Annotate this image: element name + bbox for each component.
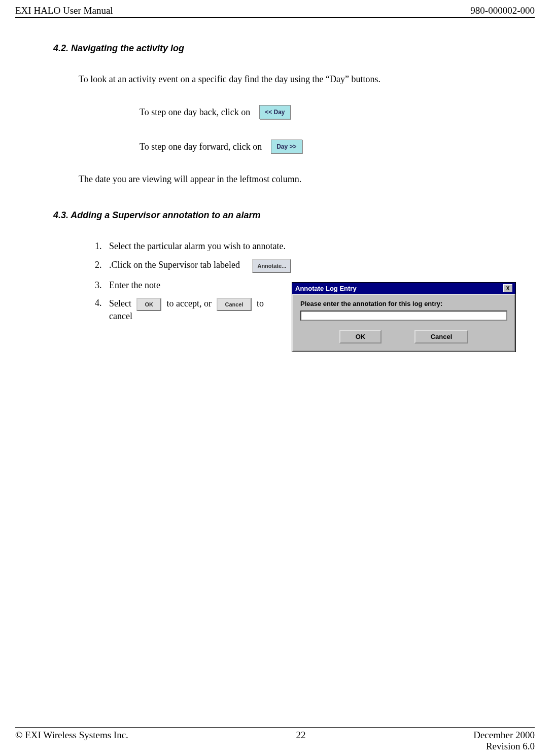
header-right: 980-000002-000: [470, 5, 535, 16]
section-4-3-heading: 4.3. Adding a Supervisor annotation to a…: [53, 210, 535, 221]
footer-page-number: 22: [296, 730, 306, 741]
annotation-input[interactable]: [300, 311, 507, 321]
dialog-prompt: Please enter the annotation for this log…: [300, 300, 507, 307]
footer-revision: Revision 6.0: [486, 741, 535, 751]
day-forward-button[interactable]: Day >>: [271, 140, 302, 154]
page-footer: © EXI Wireless Systems Inc. 22 December …: [15, 727, 535, 752]
annotate-button[interactable]: Annotate...: [252, 259, 291, 273]
day-back-text: To step one day back, click on: [140, 107, 250, 118]
close-icon[interactable]: X: [503, 284, 512, 292]
dialog-title-text: Annotate Log Entry: [295, 285, 357, 292]
day-back-row: To step one day back, click on << Day: [140, 105, 535, 119]
page-header: EXI HALO User Manual 980-000002-000: [15, 5, 535, 18]
header-left: EXI HALO User Manual: [15, 5, 113, 16]
section-4-2-note: The date you are viewing will appear in …: [79, 174, 535, 185]
cancel-inline-button[interactable]: Cancel: [217, 298, 251, 311]
step-2: .Click on the Supervisor tab labeled Ann…: [104, 259, 535, 273]
dialog-cancel-button[interactable]: Cancel: [414, 330, 469, 343]
day-forward-text: To step one day forward, click on: [140, 142, 262, 152]
section-4-2-intro: To look at an activity event on a specif…: [79, 74, 535, 85]
dialog-ok-button[interactable]: OK: [339, 330, 382, 343]
day-forward-row: To step one day forward, click on Day >>: [140, 140, 535, 154]
dialog-titlebar: Annotate Log Entry X: [292, 283, 515, 294]
footer-date: December 2000: [473, 730, 535, 741]
section-4-2-heading: 4.2. Navigating the activity log: [53, 43, 535, 54]
footer-copyright: © EXI Wireless Systems Inc.: [15, 730, 128, 741]
ok-inline-button[interactable]: OK: [136, 298, 161, 311]
annotate-dialog: Annotate Log Entry X Please enter the an…: [292, 282, 516, 352]
day-back-button[interactable]: << Day: [259, 105, 290, 119]
step-1: Select the particular alarm you wish to …: [104, 241, 535, 252]
